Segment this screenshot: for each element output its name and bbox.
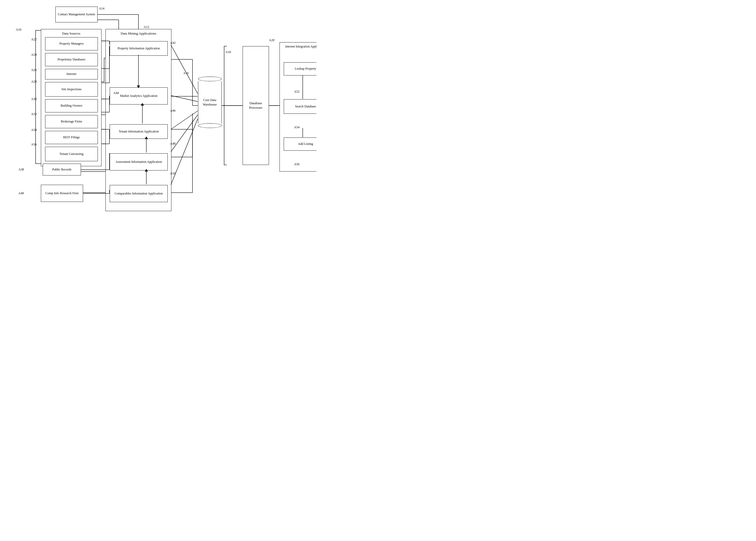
core-data-warehouse: Core Data Warehouse: [197, 77, 222, 128]
label-A30: A30: [31, 97, 37, 101]
label-A56: A56: [294, 162, 300, 166]
label-A50: A50: [170, 172, 176, 176]
label-A32: A32: [31, 112, 37, 116]
comparables-info-app-box: Comparables Information Application: [110, 185, 168, 202]
label-A34: A34: [31, 128, 37, 132]
label-A26: A26: [31, 68, 37, 72]
site-inspections-box: Site Inspections: [45, 82, 98, 97]
label-A54: A54: [294, 125, 300, 129]
internet-integration-outer: Internet Integration Application Lookup …: [280, 42, 317, 172]
brokerage-firms-box: Brokerage Firms: [45, 115, 98, 128]
label-A52: A52: [294, 90, 300, 94]
lookup-property-box: Lookup Property: [284, 62, 317, 76]
svg-line-50: [171, 96, 198, 102]
label-A36: A36: [31, 143, 37, 147]
label-A20: A20: [269, 38, 275, 42]
database-processes-box: Database Processes: [243, 46, 269, 165]
label-A10: A10: [16, 28, 21, 32]
market-analytics-box: Market Analytics Application: [110, 87, 168, 105]
property-info-app-box: Property Information Application: [110, 41, 168, 56]
property-managers-box: Property Managers: [45, 37, 98, 50]
search-database-box: Search Database: [284, 99, 317, 114]
label-A48: A48: [170, 142, 176, 146]
tenant-info-app-box: Tenant Information Application: [110, 124, 168, 139]
cylinder-body: Core Data Warehouse: [198, 81, 222, 124]
label-A14: A14: [99, 7, 105, 11]
label-A18: A18: [225, 50, 231, 54]
label-A46: A46: [170, 109, 176, 113]
internet-box: Internet: [45, 69, 98, 79]
label-A28: A28: [31, 80, 37, 84]
svg-line-49: [171, 45, 198, 94]
label-A44: A44: [114, 91, 119, 95]
svg-line-51: [171, 111, 198, 129]
label-A42: A42: [170, 41, 176, 45]
label-A40: A40: [18, 191, 24, 195]
assessment-info-app-box: Assessment Information Application: [110, 153, 168, 171]
label-A12: A12: [144, 25, 149, 29]
comp-info-box: Comp Info Research Firm: [41, 185, 83, 202]
add-listing-box: Add Listing: [284, 138, 317, 151]
cylinder-top: [198, 77, 222, 81]
tenant-canvassing-box: Tenant Canvassing: [45, 147, 98, 161]
cylinder-bottom: [198, 123, 222, 128]
label-A24: A24: [31, 53, 37, 57]
building-owners-box: Building Owners: [45, 99, 98, 112]
label-A16: A16: [183, 71, 189, 75]
label-A22: A22: [31, 37, 37, 41]
contact-management-box: Contact Management System: [55, 7, 98, 22]
label-A38: A38: [18, 168, 24, 172]
reit-filings-box: REIT Filings: [45, 131, 98, 144]
proprietary-databases-box: Proprietary Databases: [45, 53, 98, 66]
data-sources-outer: Data Sources Property Managers Proprieta…: [41, 29, 102, 166]
data-mining-outer: Data Mining Applications Property Inform…: [106, 29, 171, 211]
svg-line-52: [171, 115, 198, 152]
public-records-box: Public Records: [43, 164, 81, 176]
diagram: Contact Management System A14 A10 Data S…: [0, 0, 317, 227]
